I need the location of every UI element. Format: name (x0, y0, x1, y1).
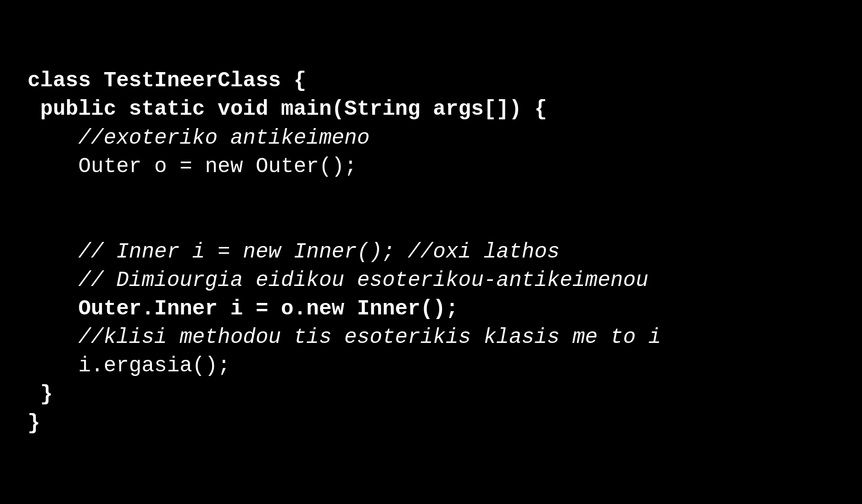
code-line-3: //exoteriko antikeimeno (28, 124, 834, 152)
code-line-12: } (28, 380, 834, 409)
code-line-7: // Inner i = new Inner(); //oxi lathos (28, 238, 834, 266)
code-line-11: i.ergasia(); (28, 352, 834, 380)
code-line-9: Outer.Inner i = o.new Inner(); (28, 295, 834, 323)
code-line-10: //klisi methodou tis esoterikis klasis m… (28, 323, 834, 352)
code-line-6 (28, 209, 834, 238)
code-line-4: Outer o = new Outer(); (28, 152, 834, 181)
code-line-2: public static void main(String args[]) { (28, 95, 834, 123)
code-line-5 (28, 181, 834, 209)
code-line-8: // Dimiourgia eidikou esoterikou-antikei… (28, 266, 834, 295)
code-container: class TestIneerClass { public static voi… (0, 0, 862, 504)
code-line-13: } (28, 409, 834, 437)
code-block: class TestIneerClass { public static voi… (28, 67, 834, 437)
code-line-1: class TestIneerClass { (28, 67, 834, 95)
